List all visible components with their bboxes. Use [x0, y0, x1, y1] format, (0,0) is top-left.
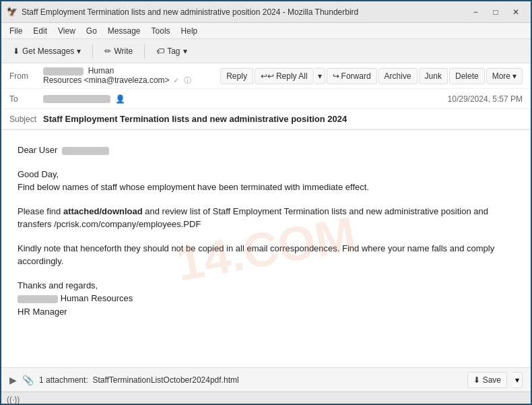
from-label: From	[9, 71, 43, 81]
get-messages-label: Get Messages	[22, 46, 74, 56]
write-button[interactable]: ✏ Write	[98, 42, 139, 61]
greeting-text: Dear User	[18, 145, 57, 155]
more-button[interactable]: More ▾	[486, 68, 523, 84]
reply-all-icon: ↩↩	[261, 71, 274, 81]
reply-all-dropdown[interactable]: ▾	[315, 68, 325, 84]
minimize-button[interactable]: −	[466, 5, 485, 19]
menu-go[interactable]: Go	[81, 25, 102, 37]
menu-view[interactable]: View	[53, 25, 81, 37]
menubar: File Edit View Go Message Tools Help	[1, 23, 531, 39]
from-row: From Human Resources <mina@traveleza.com…	[1, 63, 531, 89]
body-paragraph-2: Please find attached/download and review…	[18, 205, 514, 231]
get-messages-dropdown-icon: ▾	[77, 46, 81, 56]
to-icon: 👤	[115, 94, 125, 104]
toolbar-separator-2	[144, 44, 145, 58]
write-icon: ✏	[104, 46, 111, 56]
user-name-redacted	[62, 147, 109, 155]
save-icon: ⬇	[473, 375, 480, 385]
body-paragraph-1: Good Day, Find below names of staff whos…	[18, 168, 514, 194]
get-messages-icon: ⬇	[13, 46, 20, 56]
statusbar: ((·))	[1, 392, 531, 405]
sign2: Human Resources	[61, 293, 133, 303]
greeting-paragraph: Dear User	[18, 144, 514, 157]
line3-bold: attached/download	[63, 206, 143, 216]
sign1: Thanks and regards,	[18, 280, 98, 290]
reply-button[interactable]: Reply	[220, 68, 253, 84]
to-row: To 👤 10/29/2024, 5:57 PM	[1, 89, 531, 109]
from-value: Human Resources <mina@traveleza.com> ✓ ⓘ	[43, 66, 215, 86]
sign3: HR Manager	[18, 307, 67, 317]
forward-icon: ↪	[333, 71, 339, 81]
save-dropdown-icon: ▾	[515, 375, 519, 385]
window-controls: − □ ✕	[466, 5, 525, 19]
body-paragraph-3: Kindly note that henceforth they should …	[18, 242, 514, 268]
from-email: <mina@traveleza.com>	[84, 75, 170, 85]
email-timestamp: 10/29/2024, 5:57 PM	[448, 94, 523, 104]
menu-message[interactable]: Message	[102, 25, 146, 37]
attachment-count: 1 attachment:	[39, 375, 88, 385]
tag-icon: 🏷	[156, 46, 164, 56]
app-icon: 🦅	[7, 7, 18, 18]
subject-value: Staff Employment Termination lists and n…	[43, 114, 523, 124]
menu-help[interactable]: Help	[176, 25, 203, 37]
verify-icon: ✓	[173, 76, 179, 85]
get-messages-button[interactable]: ⬇ Get Messages ▾	[7, 42, 87, 61]
line1: Good Day,	[18, 169, 59, 179]
subject-row: Subject Staff Employment Termination lis…	[1, 109, 531, 129]
menu-tools[interactable]: Tools	[146, 25, 176, 37]
tag-button[interactable]: 🏷 Tag ▾	[150, 42, 193, 61]
info-icon: ⓘ	[184, 75, 191, 86]
delete-button[interactable]: Delete	[449, 68, 485, 84]
menu-edit[interactable]: Edit	[28, 25, 53, 37]
attachment-bar: ▶ 📎 1 attachment: StaffTerminationListOc…	[1, 367, 531, 392]
to-value: 👤	[43, 94, 448, 104]
titlebar: 🦅 Staff Employment Termination lists and…	[1, 1, 531, 23]
write-label: Write	[114, 46, 133, 56]
expand-icon: ▶	[9, 375, 17, 385]
junk-button[interactable]: Junk	[419, 68, 448, 84]
attachment-info: 1 attachment: StaffTerminationListOctobe…	[39, 375, 462, 385]
save-dropdown-button[interactable]: ▾	[512, 372, 523, 388]
window-title: Staff Employment Termination lists and n…	[22, 7, 466, 17]
email-body: 14.COM Dear User Good Day, Find below na…	[1, 130, 531, 367]
to-label: To	[9, 94, 43, 104]
reply-all-button[interactable]: ↩↩ Reply All	[255, 68, 314, 84]
tag-dropdown-icon: ▾	[183, 46, 187, 56]
attachment-filename: StaffTerminationListOctober2024pdf.html	[92, 375, 238, 385]
menu-file[interactable]: File	[4, 25, 28, 37]
main-content: From Human Resources <mina@traveleza.com…	[1, 63, 531, 405]
from-name-redacted	[43, 67, 84, 75]
toolbar: ⬇ Get Messages ▾ ✏ Write 🏷 Tag ▾	[1, 39, 531, 63]
paperclip-icon: 📎	[22, 375, 34, 385]
line3-prefix: Please find	[18, 206, 63, 216]
sign-name-redacted	[18, 295, 58, 303]
tag-label: Tag	[167, 46, 180, 56]
email-header: From Human Resources <mina@traveleza.com…	[1, 63, 531, 130]
maximize-button[interactable]: □	[486, 5, 505, 19]
archive-button[interactable]: Archive	[378, 68, 418, 84]
save-button[interactable]: ⬇ Save	[467, 372, 507, 388]
close-button[interactable]: ✕	[506, 5, 525, 19]
forward-button[interactable]: ↪ Forward	[327, 68, 377, 84]
more-label: More	[492, 71, 510, 81]
connection-status-icon: ((·))	[7, 395, 20, 404]
save-label: Save	[483, 375, 501, 385]
signature: Thanks and regards, Human Resources HR M…	[18, 279, 514, 319]
toolbar-separator-1	[92, 44, 93, 58]
more-icon: ▾	[512, 71, 517, 81]
subject-label: Subject	[9, 115, 43, 124]
to-redacted	[43, 95, 110, 103]
reply-all-label: Reply All	[276, 71, 308, 81]
forward-label: Forward	[341, 71, 371, 81]
email-actions: Reply ↩↩ Reply All ▾ ↪ Forward Archive J…	[220, 68, 523, 84]
line2: Find below names of staff whose employme…	[18, 182, 369, 192]
